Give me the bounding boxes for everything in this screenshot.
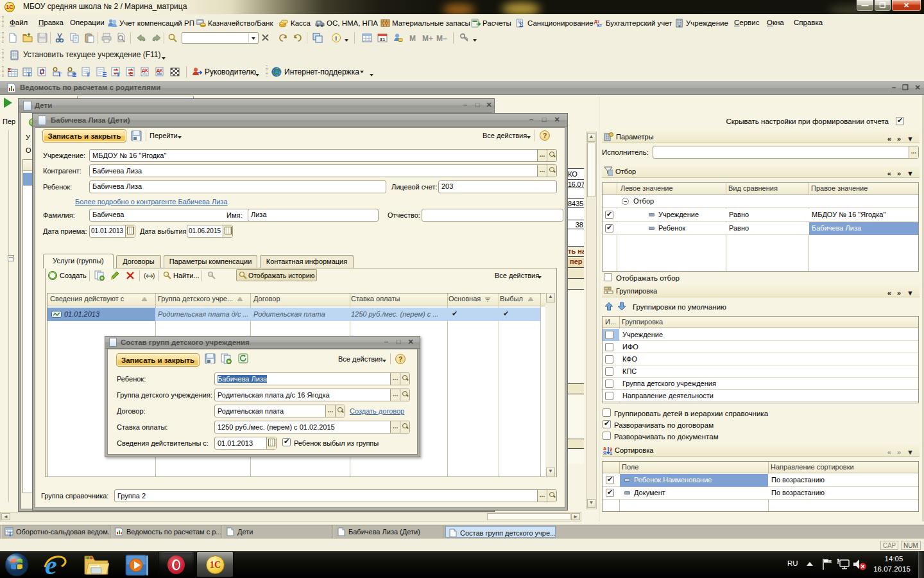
- svg-text:T: T: [27, 71, 31, 77]
- svg-text:T: T: [58, 71, 62, 77]
- svg-text:T: T: [86, 71, 90, 77]
- svg-text:31: 31: [380, 37, 386, 42]
- svg-text:i: i: [335, 35, 337, 42]
- svg-text:Я: Я: [603, 451, 606, 455]
- svg-text:Σ: Σ: [130, 71, 133, 77]
- svg-text:ДК: ДК: [157, 68, 163, 73]
- svg-text:T: T: [116, 71, 120, 77]
- svg-text:Кт: Кт: [597, 23, 603, 28]
- svg-text:T: T: [8, 532, 12, 536]
- svg-text:1: 1: [610, 451, 612, 455]
- svg-text:Σ: Σ: [8, 67, 12, 73]
- svg-text:А: А: [603, 446, 606, 451]
- svg-text:Σ: Σ: [519, 21, 524, 28]
- svg-text:ДК: ДК: [142, 68, 148, 73]
